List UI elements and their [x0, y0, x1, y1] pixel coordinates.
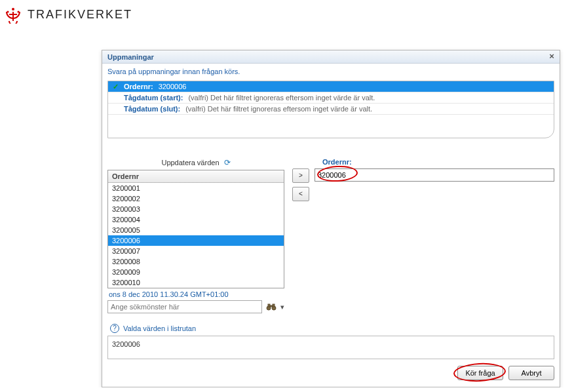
prompt-label: Ordernr: [124, 83, 153, 90]
svg-point-0 [12, 8, 14, 10]
list-item[interactable]: 3200009 [108, 267, 284, 277]
prompt-dialog: Uppmaningar × Svara på uppmaningar innan… [102, 50, 560, 387]
list-item[interactable]: 3200010 [108, 277, 284, 288]
remove-value-button[interactable]: < [292, 187, 309, 201]
prompt-list: ✓Ordernr: 3200006Tågdatum (start): (valf… [107, 81, 554, 138]
help-icon[interactable]: ? [110, 324, 119, 333]
help-label: Valda värden i listrutan [123, 324, 196, 332]
prompt-row[interactable]: Tågdatum (start): (valfri) Det här filtr… [108, 92, 554, 104]
brand-text: TRAFIKVERKET [28, 8, 132, 22]
order-list-body[interactable]: 3200001320000232000033200004320000532000… [108, 183, 284, 288]
list-item[interactable]: 3200002 [108, 193, 284, 204]
list-item[interactable]: 3200003 [108, 204, 284, 214]
list-item[interactable]: 3200005 [108, 225, 284, 235]
cancel-button[interactable]: Avbryt [508, 366, 554, 380]
dialog-title: Uppmaningar [107, 53, 154, 61]
dialog-subtitle: Svara på uppmaningar innan frågan körs. [102, 64, 560, 81]
order-list-header: Ordernr [108, 170, 284, 183]
prompt-label: Tågdatum (start): [124, 94, 183, 102]
search-input[interactable] [107, 300, 262, 313]
dialog-titlebar: Uppmaningar × [102, 50, 560, 64]
selected-values-box: 3200006 [107, 336, 554, 359]
add-value-button[interactable]: > [292, 168, 309, 183]
values-pane: Uppdatera värden ⟳ Ordernr 3200001320000… [107, 158, 284, 313]
prompt-row[interactable]: Tågdatum (slut): (valfri) Det här filtre… [108, 104, 554, 115]
prompt-hint: (valfri) Det här filtret ignoreras efter… [188, 94, 375, 102]
selection-pane: Ordernr: > < [291, 158, 554, 313]
refresh-icon[interactable]: ⟳ [224, 158, 231, 167]
prompt-hint: (valfri) Det här filtret ignoreras efter… [185, 105, 372, 113]
selected-value-input[interactable] [315, 168, 554, 182]
prompt-row[interactable]: ✓Ordernr: 3200006 [108, 81, 554, 92]
list-item[interactable]: 3200007 [108, 246, 284, 256]
close-icon[interactable]: × [546, 52, 557, 62]
list-item[interactable]: 3200008 [108, 256, 284, 267]
search-dropdown-icon[interactable]: ▾ [280, 303, 284, 311]
update-values-header[interactable]: Uppdatera värden ⟳ [107, 158, 284, 170]
help-row: ? Valda värden i listrutan [107, 321, 554, 336]
binoculars-icon[interactable] [265, 300, 278, 313]
order-list: Ordernr 32000013200002320000332000043200… [107, 170, 284, 288]
list-item[interactable]: 3200004 [108, 214, 284, 225]
list-item[interactable]: 3200001 [108, 183, 284, 193]
check-icon: ✓ [111, 83, 120, 91]
run-query-button[interactable]: Kör fråga [457, 366, 503, 380]
brand-header: TRAFIKVERKET [0, 0, 574, 24]
list-timestamp: ons 8 dec 2010 11.30.24 GMT+01:00 [107, 288, 284, 300]
svg-point-2 [18, 11, 20, 13]
prompt-label: Tågdatum (slut): [124, 105, 180, 113]
selected-field-label: Ordernr: [292, 158, 554, 166]
svg-rect-9 [270, 305, 273, 307]
trafikverket-logo-icon [4, 5, 22, 24]
selected-values-text: 3200006 [112, 340, 140, 348]
svg-point-1 [7, 11, 9, 13]
prompt-value: 3200006 [159, 83, 187, 90]
list-item[interactable]: 3200006 [108, 235, 284, 246]
